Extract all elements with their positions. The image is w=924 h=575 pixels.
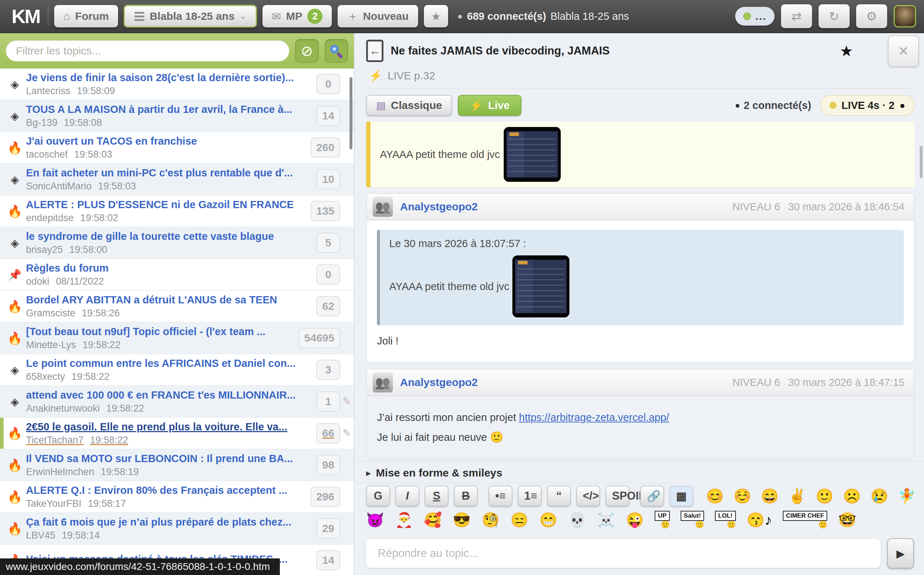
bold-button[interactable]: G	[366, 486, 390, 507]
italic-button[interactable]: I	[395, 486, 419, 507]
reply-count-badge: 296	[311, 487, 340, 507]
link-button[interactable]: 🔗	[640, 486, 664, 507]
forum-app-window: KM ⌂ Forum Blabla 18-25 ans ⌄ ✉ MP 2 ＋ N…	[0, 0, 924, 575]
session-pill[interactable]: ...	[735, 7, 774, 25]
bullet-list-button[interactable]: •≡	[489, 486, 512, 507]
smiley-blush[interactable]: ☺️	[733, 489, 751, 503]
smiley-salut-sign[interactable]: Salut!🙂	[681, 511, 704, 529]
topic-row[interactable]: 🔥Ça fait 6 mois que je n’ai plus préparé…	[0, 513, 354, 545]
topic-author: LBV45	[26, 530, 55, 541]
new-topic-button[interactable]: ＋ Nouveau	[338, 5, 418, 27]
topic-row[interactable]: ◈Je viens de finir la saison 28(c'est la…	[0, 68, 354, 100]
topic-row[interactable]: ◈Le point commun entre les AFRICAINS et …	[0, 354, 354, 386]
smiley-cool[interactable]: 😎	[453, 513, 471, 527]
refresh-button[interactable]: ↻	[819, 4, 850, 28]
smiley-up-sign[interactable]: UP🙂	[655, 511, 670, 529]
spoiler-button[interactable]: SPOIL	[605, 486, 629, 507]
topic-list-scrollbar[interactable]	[349, 77, 352, 149]
topbar-divider	[48, 6, 48, 26]
message-text-line: Joli !	[377, 333, 904, 348]
smiley-sing[interactable]: 😙♪	[747, 513, 772, 527]
screenshot-thumbnail[interactable]	[504, 127, 561, 182]
message-scrollbar[interactable]	[920, 146, 922, 178]
underline-button[interactable]: S	[425, 486, 448, 507]
username-link[interactable]: Analystgeopo2	[400, 376, 478, 389]
topic-row[interactable]: 🔥Il VEND sa MOTO sur LEBONCOIN : Il pren…	[0, 450, 354, 481]
block-topics-button[interactable]: ⊘	[295, 39, 319, 63]
board-selector-button[interactable]: Blabla 18-25 ans ⌄	[124, 5, 257, 27]
swap-icon: ⇄	[792, 10, 802, 23]
quote-button[interactable]: “	[547, 486, 571, 507]
topic-row[interactable]: ◈TOUS A LA MAISON à partir du 1er avril,…	[0, 100, 354, 132]
quote-timestamp: Le 30 mars 2026 à 18:07:57 :	[389, 238, 894, 249]
numbered-list-button[interactable]: 1≡	[518, 486, 542, 507]
topic-row[interactable]: ◈attend avec 100 000 € en FRANCE t'es MI…	[0, 386, 354, 418]
topic-time: 19:58:09	[77, 86, 115, 97]
format-section-header[interactable]: ▸ Mise en forme & smileys	[355, 461, 924, 483]
topic-title-link: TOUS A LA MAISON à partir du 1er avril, …	[26, 103, 313, 116]
reply-input[interactable]	[366, 539, 881, 568]
swap-button[interactable]: ⇄	[781, 4, 812, 28]
favorite-topic-star-icon[interactable]: ★	[840, 42, 853, 60]
smiley-lol-sign[interactable]: LOL!🙂	[715, 511, 736, 529]
topic-author: TicetTachan7	[26, 435, 84, 446]
topic-row[interactable]: 🔥[Tout beau tout n9uf] Topic officiel - …	[0, 322, 354, 354]
topic-time: 19:58:08	[64, 117, 102, 129]
settings-button[interactable]: ⚙	[856, 4, 887, 28]
live-dot-icon	[829, 102, 836, 109]
smiley-noel[interactable]: 🎅	[395, 513, 413, 527]
smiley-fairy[interactable]: 🧚	[898, 489, 916, 503]
topic-row[interactable]: 🔥Bordel ARY ABITTAN a détruit L'ANUS de …	[0, 291, 354, 322]
smiley-peace[interactable]: ✌️	[788, 489, 806, 503]
diamond-icon: ◈	[6, 237, 23, 249]
user-avatar[interactable]	[894, 5, 916, 27]
message-card: 👥Analystgeopo2NIVEAU 630 mars 2026 à 18:…	[366, 369, 914, 459]
tab-live[interactable]: ⚡ Live	[458, 95, 521, 116]
image-upload-button[interactable]: ▦	[669, 486, 693, 507]
live-status-pill[interactable]: LIVE 4s · 2 ●	[820, 95, 914, 116]
topic-title-link: Bordel ARY ABITTAN a détruit L'ANUS de s…	[26, 294, 313, 306]
smiley-frown[interactable]: ☹️	[843, 489, 861, 503]
smiley-content[interactable]: 🙂	[816, 489, 834, 503]
flame-icon: 🔥	[6, 522, 23, 536]
smiley-big-laugh[interactable]: 😄	[761, 489, 779, 503]
topic-row[interactable]: 🔥ALERTE Q.I : Environ 80% des Français a…	[0, 481, 354, 513]
smiley-monocle[interactable]: 🧐	[482, 513, 500, 527]
screenshot-thumbnail[interactable]	[512, 256, 569, 318]
message-meta: NIVEAU 630 mars 2026 à 18:46:54	[732, 201, 905, 213]
topic-author: SonicAntiMario	[26, 181, 92, 192]
smiley-death[interactable]: ☠️	[597, 513, 615, 527]
topic-row[interactable]: 🔥ALERTE : PLUS D'ESSENCE ni de Gazoil EN…	[0, 195, 354, 227]
message-link[interactable]: https://arbitrage-zeta.vercel.app/	[519, 411, 669, 423]
topic-row[interactable]: 🔥2€50 le gasoil. Elle ne prend plus la v…	[0, 418, 354, 450]
send-reply-button[interactable]: ▶	[887, 538, 914, 569]
smiley-sleep[interactable]: 😑	[511, 513, 529, 527]
username-link[interactable]: Analystgeopo2	[400, 200, 478, 213]
topic-filter-input[interactable]	[6, 40, 289, 61]
flame-icon: 🔥	[6, 331, 23, 345]
close-topic-button[interactable]: ✕	[888, 35, 919, 67]
smiley-grin[interactable]: 😁	[540, 513, 558, 527]
smiley-smile[interactable]: 😊	[706, 489, 724, 503]
topic-title-link: ALERTE Q.I : Environ 80% des Français ac…	[26, 484, 307, 496]
topic-row[interactable]: ◈le syndrome de gille la tourette cette …	[0, 227, 354, 259]
favorites-button[interactable]: ★	[424, 5, 448, 27]
tab-classique[interactable]: ▤ Classique	[366, 95, 452, 116]
search-topics-button[interactable]	[325, 39, 348, 63]
smiley-cry[interactable]: 😢	[871, 489, 889, 503]
smiley-love[interactable]: 🥰	[424, 513, 442, 527]
topic-row[interactable]: 🔥J'ai ouvert un TACOS en franchisetacosc…	[0, 132, 354, 164]
topic-row[interactable]: 📌Règles du forumodoki08/11/20220	[0, 259, 354, 291]
topic-row[interactable]: ◈En fait acheter un mini-PC c'est plus r…	[0, 164, 354, 195]
smiley-nerd[interactable]: 🤓	[838, 513, 856, 527]
private-messages-button[interactable]: ✉ MP 2	[263, 5, 332, 27]
smiley-tongue[interactable]: 😜	[626, 513, 644, 527]
strikethrough-button[interactable]: B	[454, 486, 478, 507]
smiley-skull[interactable]: 💀	[568, 513, 586, 527]
back-button[interactable]: ←	[366, 40, 384, 62]
forum-button[interactable]: ⌂ Forum	[54, 5, 118, 27]
smiley-devil[interactable]: 😈	[366, 513, 384, 527]
code-button[interactable]: </>	[576, 486, 600, 507]
smiley-cimer-chef-sign[interactable]: CIMER CHEF🙂	[783, 511, 828, 529]
topic-connected-status: ● 2 connecté(s)	[735, 100, 811, 111]
